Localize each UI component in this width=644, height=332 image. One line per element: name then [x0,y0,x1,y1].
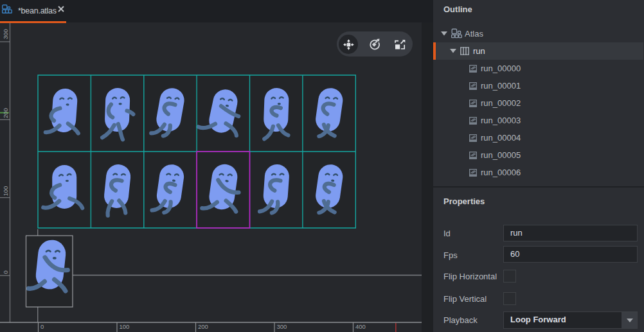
svg-text:400: 400 [355,323,366,330]
svg-text:0: 0 [40,323,44,330]
svg-text:100: 100 [120,323,130,330]
svg-text:300: 300 [277,323,287,330]
svg-text:0: 0 [2,270,9,274]
svg-text:200: 200 [198,323,208,330]
svg-text:300: 300 [2,29,9,39]
svg-text:100: 100 [2,186,9,197]
svg-text:200: 200 [2,108,9,118]
